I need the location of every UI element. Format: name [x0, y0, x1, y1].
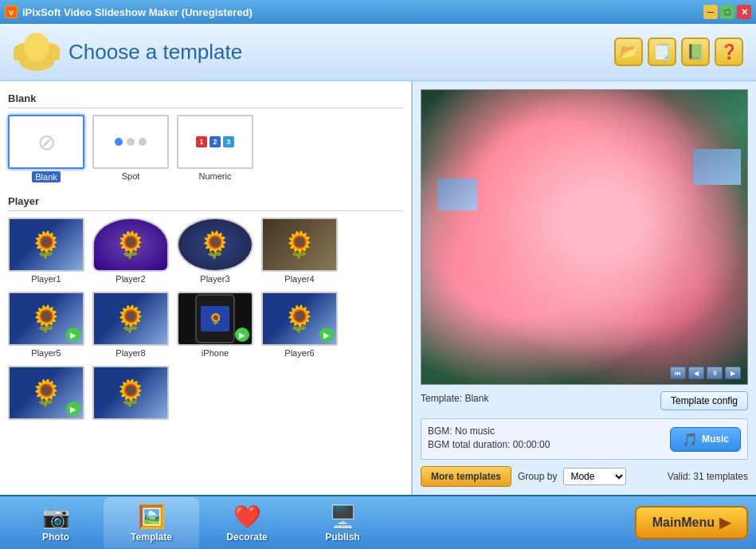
player5-arrow-icon: ▶: [66, 327, 80, 342]
template-nav-icon: 🖼️: [138, 504, 166, 530]
open-folder-button[interactable]: 📂: [614, 37, 643, 66]
svg-point-5: [24, 33, 49, 61]
music-icon: 🎵: [682, 432, 698, 447]
publish-nav-icon: 🖥️: [329, 504, 357, 530]
app-icon: V: [5, 6, 18, 18]
preview-next-button[interactable]: ▶: [725, 367, 741, 379]
app-logo: [13, 30, 61, 74]
valid-templates-label: Valid: 31 templates: [668, 471, 748, 482]
template-item-blank[interactable]: ⊘ Blank: [8, 115, 84, 182]
preview-image: [421, 90, 747, 384]
template-item-iphone[interactable]: 🌻 ▶ iPhone: [177, 292, 253, 358]
template-item-player1[interactable]: 🌻 Player1: [8, 218, 84, 284]
new-file-button[interactable]: 🗒️: [648, 37, 676, 66]
header: Choose a template 📂 🗒️ 📗 ❓: [0, 24, 756, 81]
player7a-thumb[interactable]: 🌻 ▶: [8, 366, 84, 420]
nav-decorate-label: Decorate: [226, 531, 267, 543]
section-player-label: Player: [8, 195, 403, 211]
template-item-spot[interactable]: Spot: [92, 115, 169, 182]
template-list-panel: Blank ⊘ Blank Spo: [0, 81, 413, 495]
player7b-thumb[interactable]: 🌻: [92, 366, 169, 420]
main-menu-arrow-icon: ▶: [719, 514, 731, 531]
template-item-player6[interactable]: 🌻 ▶ Player6: [261, 292, 338, 358]
player3-thumb[interactable]: 🌻: [177, 218, 253, 272]
player2-label: Player2: [116, 274, 145, 284]
preview-overlay-tl: [437, 178, 477, 210]
template-item-player7b[interactable]: 🌻: [92, 366, 169, 422]
music-button-label: Music: [702, 433, 729, 445]
bgm-line2: BGM total duration: 00:00:00: [428, 439, 670, 450]
spot-thumb[interactable]: [92, 115, 169, 169]
preview-controls: ⏮ ◀ ⏸ ▶: [670, 367, 741, 379]
blank-label: Blank: [32, 171, 61, 182]
bgm-text-area: BGM: No music BGM total duration: 00:00:…: [428, 425, 670, 453]
iphone-thumb[interactable]: 🌻 ▶: [177, 292, 253, 346]
template-item-player7a[interactable]: 🌻 ▶: [8, 366, 84, 422]
photo-nav-icon: 📷: [42, 504, 70, 530]
group-by-label: Group by: [518, 471, 557, 482]
nav-item-publish[interactable]: 🖥️ Publish: [295, 497, 390, 548]
numeric-thumb[interactable]: 1 2 3: [177, 115, 253, 169]
svg-text:V: V: [9, 9, 14, 17]
player4-thumb[interactable]: 🌻: [261, 218, 338, 272]
player4-label: Player4: [284, 274, 314, 284]
template-item-player5[interactable]: 🌻 ▶ Player5: [8, 292, 84, 358]
group-by-select[interactable]: Mode Category Style: [563, 468, 626, 485]
music-button[interactable]: 🎵 Music: [670, 427, 741, 452]
bgm-section: BGM: No music BGM total duration: 00:00:…: [421, 418, 748, 460]
player3-label: Player3: [200, 274, 229, 284]
template-item-player3[interactable]: 🌻 Player3: [177, 218, 253, 284]
right-panel: ⏮ ◀ ⏸ ▶ Template: Blank Template config …: [413, 81, 756, 495]
titlebar-controls: ─ □ ✕: [703, 5, 751, 19]
template-list-scroll[interactable]: Blank ⊘ Blank Spo: [0, 81, 411, 495]
template-info: Template: Blank: [421, 393, 488, 404]
player8-label: Player8: [116, 348, 145, 358]
footer-nav-items: 📷 Photo 🖼️ Template ❤️ Decorate 🖥️ Publi…: [8, 497, 390, 548]
footer-nav: 📷 Photo 🖼️ Template ❤️ Decorate 🖥️ Publi…: [0, 495, 756, 549]
player6-arrow-icon: ▶: [319, 327, 334, 342]
template-item-player2[interactable]: 🌻 Player2: [92, 218, 169, 284]
maximize-button[interactable]: □: [720, 5, 734, 19]
preview-prev-button[interactable]: ◀: [688, 367, 704, 379]
player7a-arrow-icon: ▶: [66, 402, 80, 416]
preview-pause-button[interactable]: ⏸: [707, 367, 723, 379]
minimize-button[interactable]: ─: [703, 5, 718, 19]
nav-photo-label: Photo: [42, 531, 69, 543]
preview-overlay-tr: [693, 149, 741, 185]
player8-thumb[interactable]: 🌻: [92, 292, 169, 346]
close-button[interactable]: ✕: [737, 5, 751, 19]
nav-item-photo[interactable]: 📷 Photo: [8, 497, 104, 548]
player5-thumb[interactable]: 🌻 ▶: [8, 292, 84, 346]
template-item-numeric[interactable]: 1 2 3 Numeric: [177, 115, 253, 182]
template-value: Blank: [464, 393, 488, 404]
numeric-label: Numeric: [199, 171, 232, 181]
main-content: Blank ⊘ Blank Spo: [0, 81, 756, 495]
help-button[interactable]: 📗: [681, 37, 710, 66]
about-button[interactable]: ❓: [715, 37, 743, 66]
preview-rewind-button[interactable]: ⏮: [670, 367, 686, 379]
nav-item-template[interactable]: 🖼️ Template: [104, 497, 199, 548]
section-blank-label: Blank: [8, 92, 403, 108]
player1-label: Player1: [31, 274, 61, 284]
template-item-player8[interactable]: 🌻 Player8: [92, 292, 169, 358]
player2-thumb[interactable]: 🌻: [92, 218, 169, 272]
header-toolbar: 📂 🗒️ 📗 ❓: [614, 37, 743, 66]
player6-label: Player6: [284, 348, 314, 358]
template-label: Template:: [421, 393, 462, 404]
player-template-grid: 🌻 Player1 🌻 Player2 🌻 Player3: [8, 218, 403, 422]
blank-template-grid: ⊘ Blank Spot: [8, 115, 403, 182]
template-config-button[interactable]: Template config: [660, 391, 748, 410]
decorate-nav-icon: ❤️: [233, 504, 261, 530]
template-item-player4[interactable]: 🌻 Player4: [261, 218, 338, 284]
player1-thumb[interactable]: 🌻: [8, 218, 84, 272]
nav-item-decorate[interactable]: ❤️ Decorate: [199, 497, 295, 548]
main-menu-label: MainMenu: [652, 516, 715, 530]
blank-thumb[interactable]: ⊘: [8, 115, 84, 169]
player5-label: Player5: [31, 348, 61, 358]
preview-area: ⏮ ◀ ⏸ ▶: [421, 89, 748, 385]
main-menu-button[interactable]: MainMenu ▶: [635, 506, 748, 539]
player6-thumb[interactable]: 🌻 ▶: [261, 292, 338, 346]
more-templates-row: More templates Group by Mode Category St…: [421, 466, 748, 487]
more-templates-button[interactable]: More templates: [421, 466, 511, 487]
bgm-line1: BGM: No music: [428, 425, 670, 437]
